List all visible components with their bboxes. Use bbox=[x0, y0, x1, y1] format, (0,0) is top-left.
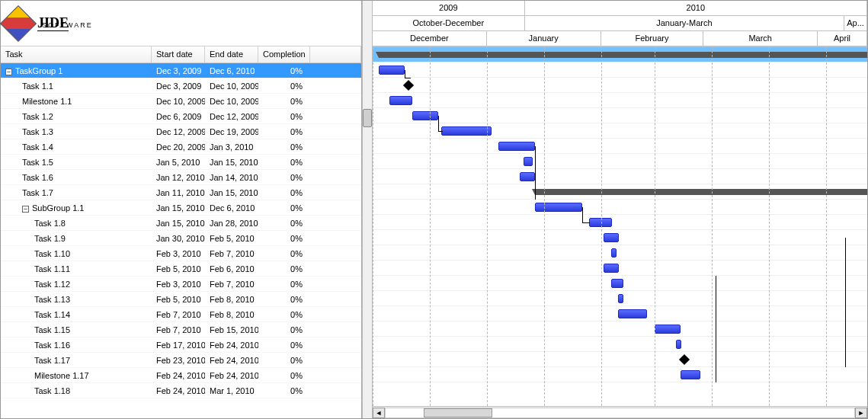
gantt-row[interactable] bbox=[373, 291, 867, 306]
vertical-scrollbar[interactable] bbox=[362, 1, 373, 418]
gantt-row[interactable] bbox=[373, 108, 867, 123]
cell-end: Dec 10, 2009 bbox=[205, 80, 258, 92]
gantt-row[interactable] bbox=[373, 123, 867, 139]
timeline-cell[interactable]: 2010 bbox=[525, 1, 867, 16]
gantt-task-bar[interactable] bbox=[498, 142, 535, 151]
col-header-start[interactable]: Start date bbox=[152, 46, 205, 62]
col-header-end[interactable]: End date bbox=[205, 46, 258, 62]
tree-toggle-icon[interactable]: − bbox=[5, 69, 12, 75]
table-row[interactable]: Task 1.8Jan 15, 2010Jan 28, 20100% bbox=[1, 216, 361, 231]
logo-icon bbox=[0, 5, 37, 41]
table-row[interactable]: Task 1.10Feb 3, 2010Feb 7, 20100% bbox=[1, 246, 361, 261]
timeline-cell[interactable]: January bbox=[487, 31, 601, 46]
gantt-task-bar[interactable] bbox=[535, 203, 582, 212]
col-header-completion[interactable]: Completion bbox=[258, 46, 310, 62]
table-row[interactable]: Task 1.5Jan 5, 2010Jan 15, 20100% bbox=[1, 155, 361, 170]
timeline-cell[interactable]: December bbox=[373, 31, 487, 46]
gantt-task-bar[interactable] bbox=[589, 218, 612, 227]
table-row[interactable]: Task 1.2Dec 6, 2009Dec 12, 20090% bbox=[1, 109, 361, 124]
timeline-cell[interactable]: October-December bbox=[373, 16, 525, 31]
gantt-row[interactable] bbox=[373, 352, 867, 367]
gantt-summary-bar[interactable] bbox=[535, 189, 867, 195]
gantt-task-bar[interactable] bbox=[655, 325, 681, 334]
gantt-summary-bar[interactable] bbox=[379, 52, 867, 58]
gantt-task-bar[interactable] bbox=[520, 172, 535, 181]
gantt-task-bar[interactable] bbox=[389, 96, 412, 105]
horizontal-scrollbar[interactable]: ◄ ► bbox=[373, 406, 867, 418]
timeline-cell[interactable]: March bbox=[703, 31, 818, 46]
gantt-task-bar[interactable] bbox=[611, 248, 617, 257]
cell-start: Feb 24, 2010 bbox=[152, 385, 205, 397]
gantt-row[interactable] bbox=[373, 230, 867, 245]
table-row[interactable]: Task 1.7Jan 11, 2010Jan 15, 20100% bbox=[1, 185, 361, 200]
cell-end: Feb 8, 2010 bbox=[205, 293, 258, 305]
timeline-cell[interactable]: Ap... bbox=[844, 16, 867, 31]
gantt-row[interactable] bbox=[373, 78, 867, 93]
table-row[interactable]: Milestone 1.1Dec 10, 2009Dec 10, 20090% bbox=[1, 94, 361, 109]
gantt-task-bar[interactable] bbox=[441, 126, 492, 136]
gantt-row[interactable] bbox=[373, 154, 867, 169]
table-row[interactable]: Milestone 1.17Feb 24, 2010Feb 24, 20100% bbox=[1, 368, 361, 383]
cell-start: Feb 3, 2010 bbox=[152, 278, 205, 290]
task-table-body[interactable]: −TaskGroup 1Dec 3, 2009Dec 6, 20100%Task… bbox=[1, 63, 361, 418]
table-row[interactable]: −SubGroup 1.1Jan 15, 2010Dec 6, 20100% bbox=[1, 200, 361, 216]
gantt-task-bar[interactable] bbox=[412, 111, 438, 120]
gantt-task-bar[interactable] bbox=[524, 157, 533, 166]
horizontal-scroll-track[interactable] bbox=[385, 408, 855, 418]
table-row[interactable]: Task 1.15Feb 7, 2010Feb 15, 20100% bbox=[1, 322, 361, 337]
table-row[interactable]: Task 1.6Jan 12, 2010Jan 14, 20100% bbox=[1, 170, 361, 185]
timeline-cell[interactable]: February bbox=[601, 31, 704, 46]
table-row[interactable]: Task 1.4Dec 20, 2009Jan 3, 20100% bbox=[1, 139, 361, 155]
gantt-milestone-icon[interactable] bbox=[403, 80, 414, 91]
gantt-row[interactable] bbox=[373, 200, 867, 215]
gantt-chart-area[interactable] bbox=[373, 47, 867, 406]
gantt-task-bar[interactable] bbox=[611, 279, 623, 288]
gantt-row[interactable] bbox=[373, 139, 867, 154]
gantt-row[interactable] bbox=[373, 215, 867, 230]
gantt-row[interactable] bbox=[373, 184, 867, 200]
horizontal-scroll-thumb[interactable] bbox=[424, 408, 492, 417]
scroll-right-button[interactable]: ► bbox=[855, 408, 867, 418]
cell-completion: 0% bbox=[258, 232, 310, 245]
gantt-task-bar[interactable] bbox=[379, 66, 405, 75]
gantt-row[interactable] bbox=[373, 47, 867, 62]
gantt-milestone-icon[interactable] bbox=[679, 354, 690, 365]
dependency-link bbox=[438, 116, 439, 131]
table-row[interactable]: Task 1.17Feb 23, 2010Feb 24, 20100% bbox=[1, 353, 361, 368]
gantt-task-bar[interactable] bbox=[618, 309, 647, 318]
gantt-row[interactable] bbox=[373, 306, 867, 321]
col-header-task[interactable]: Task bbox=[1, 46, 152, 62]
gantt-task-bar[interactable] bbox=[676, 340, 681, 349]
table-row[interactable]: Task 1.9Jan 30, 2010Feb 5, 20100% bbox=[1, 231, 361, 246]
table-row[interactable]: Task 1.1Dec 3, 2009Dec 10, 20090% bbox=[1, 78, 361, 94]
gantt-task-bar[interactable] bbox=[618, 294, 623, 303]
gantt-row[interactable] bbox=[373, 321, 867, 337]
table-row[interactable]: Task 1.12Feb 3, 2010Feb 7, 20100% bbox=[1, 277, 361, 292]
table-row[interactable]: Task 1.13Feb 5, 2010Feb 8, 20100% bbox=[1, 292, 361, 307]
gantt-row[interactable] bbox=[373, 276, 867, 291]
scroll-left-button[interactable]: ◄ bbox=[373, 408, 385, 418]
gantt-task-bar[interactable] bbox=[681, 370, 700, 379]
vertical-scroll-thumb[interactable] bbox=[363, 109, 372, 127]
gantt-task-bar[interactable] bbox=[604, 233, 619, 242]
gantt-row[interactable] bbox=[373, 93, 867, 108]
table-row[interactable]: Task 1.14Feb 7, 2010Feb 8, 20100% bbox=[1, 307, 361, 322]
timeline-cell[interactable]: 2009 bbox=[373, 1, 525, 16]
timeline-cell[interactable]: January-March bbox=[525, 16, 844, 31]
gantt-row[interactable] bbox=[373, 261, 867, 276]
table-row[interactable]: Task 1.18Feb 24, 2010Mar 1, 20100% bbox=[1, 383, 361, 398]
tree-toggle-icon[interactable]: − bbox=[22, 206, 29, 213]
gantt-row[interactable] bbox=[373, 62, 867, 78]
table-row[interactable]: Task 1.16Feb 17, 2010Feb 24, 20100% bbox=[1, 337, 361, 353]
timeline-cell[interactable]: April bbox=[818, 31, 867, 46]
gantt-row[interactable] bbox=[373, 169, 867, 184]
table-row[interactable]: −TaskGroup 1Dec 3, 2009Dec 6, 20100% bbox=[1, 63, 361, 78]
table-row[interactable]: Task 1.11Feb 5, 2010Feb 6, 20100% bbox=[1, 261, 361, 277]
cell-end: Feb 7, 2010 bbox=[205, 248, 258, 260]
gantt-row[interactable] bbox=[373, 337, 867, 352]
gantt-row[interactable] bbox=[373, 367, 867, 382]
table-row[interactable]: Task 1.3Dec 12, 2009Dec 19, 20090% bbox=[1, 124, 361, 139]
cell-start: Dec 10, 2009 bbox=[152, 95, 205, 107]
gantt-row[interactable] bbox=[373, 245, 867, 261]
gantt-task-bar[interactable] bbox=[604, 264, 619, 273]
